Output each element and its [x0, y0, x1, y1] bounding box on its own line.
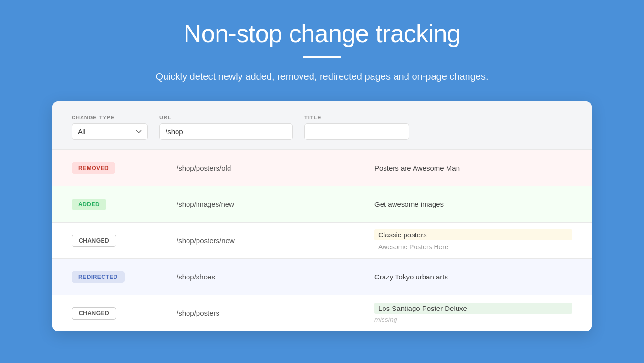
table-row: REMOVED /shop/posters/old Posters are Aw…: [52, 149, 592, 186]
title-new-value: Los Santiago Poster Deluxe: [374, 303, 572, 314]
status-badge: REDIRECTED: [72, 271, 125, 283]
change-type-select[interactable]: All REMOVED ADDED CHANGED REDIRECTED: [72, 123, 148, 140]
status-badge: CHANGED: [72, 307, 116, 320]
title-label: TITLE: [304, 115, 409, 120]
title-value: Crazy Tokyo urban arts: [374, 273, 572, 281]
change-type-label: CHANGE TYPE: [72, 115, 148, 120]
badge-cell: ADDED: [72, 199, 177, 210]
filter-group-url: URL: [159, 115, 293, 140]
filter-row: CHANGE TYPE All REMOVED ADDED CHANGED RE…: [52, 101, 592, 149]
row-url: /shop/shoes: [177, 273, 374, 281]
badge-cell: CHANGED: [72, 235, 177, 247]
hero-divider: [303, 56, 341, 58]
table-row: ADDED /shop/images/new Get awesome image…: [52, 186, 592, 222]
filter-group-title: TITLE: [304, 115, 409, 140]
main-panel: CHANGE TYPE All REMOVED ADDED CHANGED RE…: [52, 101, 592, 331]
title-value: Posters are Awesome Man: [374, 164, 572, 172]
row-url: /shop/posters/old: [177, 164, 374, 172]
row-url: /shop/posters/new: [177, 236, 374, 245]
title-new-value: Classic posters: [374, 229, 572, 240]
filter-group-change-type: CHANGE TYPE All REMOVED ADDED CHANGED RE…: [72, 115, 148, 140]
table-row: CHANGED /shop/posters/new Classic poster…: [52, 222, 592, 258]
hero-subtitle: Quickly detect newly added, removed, red…: [156, 71, 488, 82]
status-badge: CHANGED: [72, 235, 116, 247]
table-row: REDIRECTED /shop/shoes Crazy Tokyo urban…: [52, 258, 592, 295]
data-rows: REMOVED /shop/posters/old Posters are Aw…: [52, 149, 592, 331]
title-input[interactable]: [304, 123, 409, 140]
title-missing-value: missing: [374, 316, 572, 323]
hero-title: Non-stop change tracking: [184, 19, 461, 48]
url-input[interactable]: [159, 123, 293, 140]
title-old-value: Awesome Posters Here: [374, 242, 572, 252]
badge-cell: REDIRECTED: [72, 271, 177, 283]
status-badge: REMOVED: [72, 162, 115, 174]
table-row: CHANGED /shop/posters Los Santiago Poste…: [52, 295, 592, 331]
badge-cell: REMOVED: [72, 162, 177, 174]
badge-cell: CHANGED: [72, 307, 177, 320]
title-value: Get awesome images: [374, 200, 572, 208]
row-title-cell: Crazy Tokyo urban arts: [374, 273, 572, 281]
row-url: /shop/posters: [177, 309, 374, 317]
row-title-cell: Posters are Awesome Man: [374, 164, 572, 172]
row-url: /shop/images/new: [177, 200, 374, 208]
row-title-cell: Get awesome images: [374, 200, 572, 208]
url-label: URL: [159, 115, 293, 120]
status-badge: ADDED: [72, 199, 106, 210]
row-title-cell: Los Santiago Poster Deluxe missing: [374, 303, 572, 323]
row-title-cell: Classic posters Awesome Posters Here: [374, 229, 572, 252]
